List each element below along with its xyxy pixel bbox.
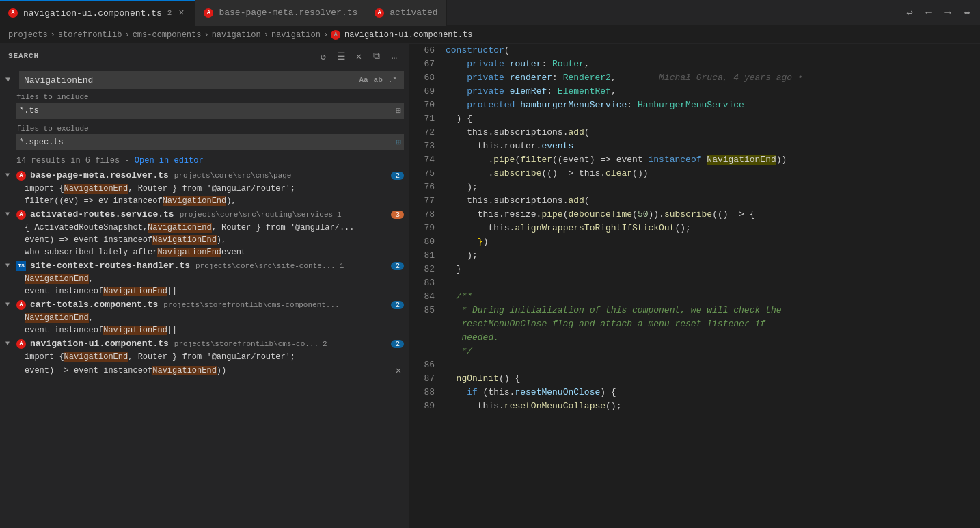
code-line-68: private renderer: Renderer2, Michał Gruc… xyxy=(446,71,964,85)
match-line[interactable]: event) => event instanceof NavigationEnd… xyxy=(0,363,409,378)
code-line-88: if (this.resetMenuOnClose) { xyxy=(446,386,964,399)
file-badge-site-context: 2 xyxy=(391,262,404,270)
clear-results-btn[interactable]: ✕ xyxy=(352,49,366,63)
file-path-site-context: projects\core\src\site-conte... xyxy=(195,262,336,270)
angular-icon-activated: A xyxy=(16,210,26,220)
search-query-text: NavigationEnd xyxy=(24,75,357,85)
split-editor[interactable]: ⬌ xyxy=(959,5,975,21)
breadcrumb-storefrontlib[interactable]: storefrontlib xyxy=(58,30,122,40)
code-line-76: ); xyxy=(446,181,964,194)
results-list: ▼ A base-page-meta.resolver.ts projects\… xyxy=(0,168,409,528)
file-badge-activated-routes: 3 xyxy=(391,211,404,219)
line-numbers: 66 67 68 69 70 71 72 73 74 75 76 77 78 7… xyxy=(410,44,440,528)
results-count: 14 results in 6 files - xyxy=(16,156,135,166)
navigate-back[interactable]: ← xyxy=(921,5,936,21)
file-header-navigation-ui[interactable]: ▼ A navigation-ui.component.ts projects\… xyxy=(0,336,409,351)
code-line-78: this.resize.pipe(debounceTime(50)).subsc… xyxy=(446,208,964,222)
search-header-icons: ↺ ☰ ✕ ⧉ … xyxy=(316,49,401,63)
code-line-73: this.router.events xyxy=(446,140,964,153)
search-panel: SEARCH ↺ ☰ ✕ ⧉ … ▼ NavigationEnd Aa ab .… xyxy=(0,44,410,528)
match-line[interactable]: { ActivatedRouteSnapshot, NavigationEnd,… xyxy=(0,222,409,234)
search-query-box: NavigationEnd Aa ab .* xyxy=(19,71,404,89)
tab-close-nav-ui[interactable]: × xyxy=(176,8,187,18)
navigate-forward[interactable]: → xyxy=(940,5,955,21)
tab-actions: ↩ ← → ⬌ xyxy=(902,5,980,21)
code-line-87: ngOnInit() { xyxy=(446,372,964,386)
breadcrumb-projects[interactable]: projects xyxy=(8,30,48,40)
chevron-cart-totals: ▼ xyxy=(5,301,14,308)
file-header-activated-routes[interactable]: ▼ A activated-routes.service.ts projects… xyxy=(0,207,409,222)
code-line-85d: */ xyxy=(446,345,964,358)
match-line[interactable]: import { NavigationEnd, Router } from '@… xyxy=(0,183,409,195)
tab-activated[interactable]: A activated xyxy=(366,0,446,26)
breadcrumb: projects › storefrontlib › cms-component… xyxy=(0,26,980,44)
match-case-btn[interactable]: Aa xyxy=(357,75,370,85)
match-line[interactable]: NavigationEnd, xyxy=(0,312,409,324)
file-path-base-page: projects\core\src\cms\page xyxy=(174,172,292,180)
files-exclude-icon[interactable]: ⊞ xyxy=(396,137,401,148)
code-line-79: this.alignWrappersToRightIfStickOut(); xyxy=(446,222,964,235)
files-include-icon[interactable]: ⊞ xyxy=(396,105,401,116)
code-line-70: protected hamburgerMenuService: Hamburge… xyxy=(446,98,964,112)
code-line-75: .subscribe(() => this.clear()) xyxy=(446,167,964,181)
code-line-85: * During initialization of this componen… xyxy=(446,304,964,317)
search-collapse-icon[interactable]: ▼ xyxy=(5,75,16,85)
angular-icon: A xyxy=(8,8,18,18)
files-include-label: files to include xyxy=(16,93,404,101)
refresh-search-btn[interactable]: ↺ xyxy=(316,49,330,63)
chevron-site-context: ▼ xyxy=(5,262,14,269)
match-line[interactable]: who subscribed lately after NavigationEn… xyxy=(0,246,409,259)
match-line[interactable]: import { NavigationEnd, Router } from '@… xyxy=(0,351,409,363)
file-group-cart-totals: ▼ A cart-totals.component.ts projects\st… xyxy=(0,298,409,336)
code-line-82: } xyxy=(446,263,964,276)
match-line[interactable]: NavigationEnd, xyxy=(0,273,409,285)
chevron-activated-routes: ▼ xyxy=(5,211,14,218)
file-name-site-context: site-context-routes-handler.ts xyxy=(30,261,190,271)
breadcrumb-cms-components[interactable]: cms-components xyxy=(133,30,202,40)
files-include-input[interactable] xyxy=(19,106,396,116)
breadcrumb-navigation2[interactable]: navigation xyxy=(271,30,321,40)
collapse-all-btn[interactable]: ☰ xyxy=(334,49,348,63)
file-header-cart-totals[interactable]: ▼ A cart-totals.component.ts projects\st… xyxy=(0,298,409,312)
code-line-83 xyxy=(446,276,964,290)
file-header-site-context[interactable]: ▼ TS site-context-routes-handler.ts proj… xyxy=(0,259,409,273)
ts-icon-site-context: TS xyxy=(16,261,26,271)
code-line-81: ); xyxy=(446,249,964,263)
tab-label-base-page: base-page-meta.resolver.ts xyxy=(219,8,357,18)
open-in-editor-link[interactable]: Open in editor xyxy=(135,156,204,166)
file-badge-navigation-ui: 2 xyxy=(391,340,404,348)
tab-navigation-ui[interactable]: A navigation-ui.component.ts 2 × xyxy=(0,0,195,26)
code-line-86 xyxy=(446,358,964,372)
view-as-tree-btn[interactable]: ⧉ xyxy=(370,49,383,63)
code-line-84: /** xyxy=(446,290,964,304)
tab-base-page[interactable]: A base-page-meta.resolver.ts xyxy=(195,0,366,26)
chevron-base-page: ▼ xyxy=(5,172,14,179)
code-line-74: .pipe(filter((event) => event instanceof… xyxy=(446,153,964,167)
code-editor[interactable]: 66 67 68 69 70 71 72 73 74 75 76 77 78 7… xyxy=(410,44,980,528)
file-group-site-context: ▼ TS site-context-routes-handler.ts proj… xyxy=(0,259,409,298)
tab-bar: A navigation-ui.component.ts 2 × A base-… xyxy=(0,0,980,26)
file-group-base-page: ▼ A base-page-meta.resolver.ts projects\… xyxy=(0,168,409,207)
files-exclude-label: files to exclude xyxy=(16,124,404,133)
file-header-base-page[interactable]: ▼ A base-page-meta.resolver.ts projects\… xyxy=(0,168,409,183)
search-header: SEARCH ↺ ☰ ✕ ⧉ … xyxy=(0,44,409,68)
dismiss-match-btn[interactable]: ✕ xyxy=(393,365,404,376)
breadcrumb-file: navigation-ui.component.ts xyxy=(344,30,472,40)
code-line-67: private router: Router, xyxy=(446,57,964,71)
match-line[interactable]: event instanceof NavigationEnd || xyxy=(0,324,409,336)
files-exclude-input-row: ⊞ xyxy=(16,134,404,150)
files-exclude-input[interactable] xyxy=(19,137,396,147)
more-options-btn[interactable]: … xyxy=(387,49,401,63)
match-line[interactable]: filter((ev) => ev instanceof NavigationE… xyxy=(0,195,409,207)
angular-icon-base-page: A xyxy=(16,171,26,181)
match-line[interactable]: event instanceof NavigationEnd || xyxy=(0,285,409,298)
use-regex-btn[interactable]: .* xyxy=(386,75,399,85)
files-include-row: files to include ⊞ xyxy=(0,92,409,120)
results-summary: 14 results in 6 files - Open in editor xyxy=(0,152,409,168)
code-line-72: this.subscriptions.add( xyxy=(446,126,964,140)
match-word-btn[interactable]: ab xyxy=(372,75,385,85)
match-line[interactable]: event) => event instanceof NavigationEnd… xyxy=(0,234,409,246)
file-name-navigation-ui: navigation-ui.component.ts xyxy=(30,339,169,349)
breadcrumb-navigation[interactable]: navigation xyxy=(212,30,261,40)
timeline-action[interactable]: ↩ xyxy=(902,5,917,21)
